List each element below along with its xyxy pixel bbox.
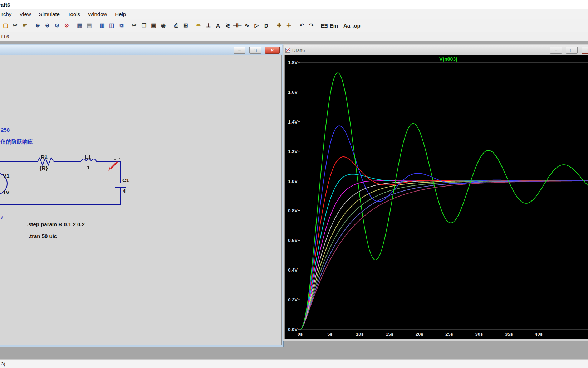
y-axis-tick-label: 1.0V — [288, 179, 298, 184]
trace-title[interactable]: V(n003) — [439, 56, 457, 62]
comment-id-line[interactable]: 258 — [1, 127, 10, 133]
waveform-window-titlebar[interactable]: Draft6 ─ ▢ ✕ — [284, 45, 588, 55]
print-preview-icon[interactable]: ⊞ — [181, 21, 191, 30]
pan-hand-icon[interactable]: ☛ — [20, 21, 30, 30]
waveform-window: Draft6 ─ ▢ ✕ V(n003)0.0V0.2V0.4V0.6V0.8V… — [283, 44, 588, 341]
add-pane-icon[interactable]: ◫ — [107, 21, 117, 30]
l1-name-label[interactable]: L1 — [85, 154, 91, 160]
x-axis-tick-label: 30s — [475, 331, 483, 337]
redo-icon[interactable]: ↷ — [307, 21, 316, 30]
paste-icon[interactable]: ▣ — [149, 21, 158, 30]
tab-draft6[interactable]: ft6 — [0, 34, 11, 40]
zoom-full-icon[interactable]: ⊙ — [52, 21, 62, 30]
window-maximize-button[interactable]: ▢ — [566, 47, 578, 54]
waveform-svg: V(n003)0.0V0.2V0.4V0.6V0.8V1.0V1.2V1.4V1… — [285, 55, 588, 338]
delete-pane-icon[interactable]: ⧉ — [117, 21, 126, 30]
plot-window-icon — [285, 48, 290, 53]
y-axis-tick-label: 0.8V — [288, 208, 298, 213]
circuit-wires — [0, 158, 126, 204]
text-tool-icon[interactable]: Aa — [342, 21, 352, 30]
inductor-icon[interactable]: ∿ — [242, 21, 252, 30]
app-titlebar: raft6 ─ — [0, 0, 588, 9]
spice-directive-icon[interactable]: .op — [352, 21, 361, 30]
mdi-workspace: ─ ▢ ✕ — [0, 41, 588, 360]
l1-value-label[interactable]: 1 — [87, 164, 90, 170]
net-label-icon[interactable]: A — [213, 21, 223, 30]
window-close-button[interactable]: ✕ — [582, 47, 588, 54]
tran-directive[interactable]: .tran 50 uic — [29, 233, 57, 239]
x-axis-tick-label: 0s — [298, 331, 303, 337]
schematic-canvas[interactable]: R1 {R} L1 1 C1 4 V1 1V 258 值的阶跃响应 7 .ste… — [0, 55, 282, 345]
app-minimize-button[interactable]: ─ — [580, 2, 584, 8]
x-axis-tick-label: 15s — [386, 331, 393, 337]
v1-value-label[interactable]: 1V — [3, 189, 9, 195]
x-axis-tick-label: 40s — [535, 331, 543, 337]
y-axis-tick-label: 0.6V — [288, 238, 298, 243]
wire-anchor-mark — [119, 158, 120, 159]
comment-title-line[interactable]: 值的阶跃响应 — [0, 139, 33, 145]
autorange-pane-icon[interactable]: ▥ — [97, 21, 107, 30]
zoom-out-icon[interactable]: ⊖ — [43, 21, 52, 30]
ground-icon[interactable]: ⊥ — [204, 21, 213, 30]
status-text: 3). — [1, 361, 6, 367]
rotate-icon[interactable]: Em — [329, 21, 339, 30]
mark-points-icon[interactable]: ▤ — [84, 21, 94, 30]
x-axis-tick-label: 5s — [327, 331, 332, 337]
capacitor-icon[interactable]: ⊣⊢ — [232, 21, 242, 30]
y-axis-tick-label: 1.6V — [288, 89, 298, 95]
x-axis-tick-label: 20s — [416, 331, 423, 337]
r1-name-label[interactable]: R1 — [41, 154, 48, 160]
window-minimize-button[interactable]: ─ — [550, 47, 562, 54]
y-axis-tick-label: 0.4V — [288, 267, 298, 273]
wire-scissors-icon[interactable]: ✂ — [10, 21, 20, 30]
wire-anchor-mark — [114, 159, 116, 160]
menu-bar: rchyViewSimulateToolsWindowHelp — [0, 9, 588, 19]
app-title: raft6 — [0, 2, 10, 8]
doc-fragment-icon[interactable]: ▢ — [1, 21, 10, 30]
cut-icon[interactable]: ✂ — [129, 21, 139, 30]
status-bar: 3). — [0, 359, 588, 368]
diode-icon[interactable]: ▷ — [252, 21, 261, 30]
toolbar: ▢✂☛⊕⊖⊙⊘▦▤▥◫⧉✂❐▣◉⎙⊞✏⊥A≷⊣⊢∿▷D✚✛↶↷EƎEmAa.op — [0, 19, 588, 32]
menu-tools[interactable]: Tools — [64, 10, 84, 18]
drag-icon[interactable]: ✛ — [284, 21, 294, 30]
waveform-pane[interactable]: V(n003)0.0V0.2V0.4V0.6V0.8V1.0V1.2V1.4V1… — [284, 55, 588, 339]
c1-value-label[interactable]: 4 — [123, 188, 126, 194]
menu-view[interactable]: View — [15, 10, 35, 18]
plot-background — [285, 55, 588, 338]
waveform-window-title: Draft6 — [292, 48, 305, 53]
find-icon[interactable]: ◉ — [158, 21, 168, 30]
menu-simulate[interactable]: Simulate — [35, 10, 64, 18]
menu-help[interactable]: Help — [111, 10, 130, 18]
r1-value-label[interactable]: {R} — [40, 165, 48, 171]
c1-name-label[interactable]: C1 — [122, 177, 129, 183]
comment-stray[interactable]: 7 — [1, 214, 3, 220]
y-axis-tick-label: 1.4V — [288, 119, 298, 125]
step-directive[interactable]: .step param R 0.1 2 0.2 — [27, 221, 85, 227]
x-axis-tick-label: 25s — [445, 331, 453, 337]
zoom-in-icon[interactable]: ⊕ — [33, 21, 43, 30]
tab-strip: ft6 — [0, 32, 588, 42]
print-icon[interactable]: ⎙ — [171, 21, 181, 30]
x-axis-tick-label: 10s — [356, 331, 364, 337]
schematic-window: ─ ▢ ✕ — [0, 44, 284, 347]
y-axis-tick-label: 1.2V — [288, 149, 298, 154]
zoom-off-icon[interactable]: ⊘ — [62, 21, 72, 30]
schematic-window-titlebar[interactable]: ─ ▢ ✕ — [0, 45, 282, 55]
window-minimize-button[interactable]: ─ — [234, 47, 245, 54]
copy-icon[interactable]: ❐ — [139, 21, 149, 30]
window-close-button[interactable]: ✕ — [265, 47, 280, 54]
component-gate-icon[interactable]: D — [261, 21, 271, 30]
grid-icon[interactable]: ▦ — [75, 21, 84, 30]
draw-wire-icon[interactable]: ✏ — [194, 21, 204, 30]
menu-window[interactable]: Window — [84, 10, 111, 18]
menu-hierarchy[interactable]: rchy — [0, 10, 15, 18]
undo-icon[interactable]: ↶ — [297, 21, 307, 30]
y-axis-tick-label: 0.2V — [288, 297, 298, 302]
window-maximize-button[interactable]: ▢ — [249, 47, 261, 54]
v1-name-label[interactable]: V1 — [3, 173, 9, 179]
move-icon[interactable]: ✚ — [274, 21, 284, 30]
resistor-icon[interactable]: ≷ — [223, 21, 232, 30]
mirror-icon[interactable]: EƎ — [319, 21, 329, 30]
schematic-svg: R1 {R} L1 1 C1 4 V1 1V 258 值的阶跃响应 7 .ste… — [0, 55, 280, 343]
